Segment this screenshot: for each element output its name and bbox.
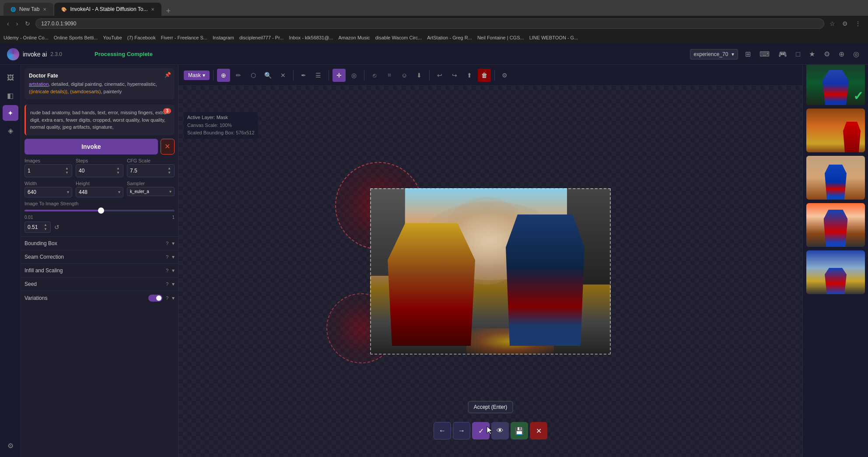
canvas-viewport[interactable]: Active Layer: Mask Canvas Scale: 100% Sc… (178, 86, 802, 457)
tb-crosshair-tool[interactable]: ✛ (332, 69, 346, 82)
gallery-thumb-4[interactable] (806, 203, 865, 247)
bookmark-sports[interactable]: Online Sports Betti... (54, 35, 98, 40)
seam-chevron[interactable]: ▾ (172, 254, 175, 260)
bookmark-yt[interactable]: YouTube (103, 35, 122, 40)
infill-help[interactable]: ? (166, 268, 168, 273)
tb-copy-tool[interactable]: ⎋ (368, 69, 381, 82)
rail-btn-layers[interactable]: ◧ (3, 88, 18, 103)
bookmark-neil[interactable]: Neil Fontaine | CGS... (477, 35, 524, 40)
header-icon-1[interactable]: ⊞ (743, 48, 752, 60)
height-input[interactable]: 448 ▾ (76, 187, 123, 197)
tb-fill-tool[interactable]: ⬡ (247, 69, 260, 82)
gallery-thumb-5[interactable] (806, 250, 865, 294)
sampler-input[interactable]: k_euler_a ▾ (127, 187, 175, 196)
invoke-button[interactable]: Invoke (24, 139, 158, 155)
bookmark-artstation[interactable]: ArtStation - Greg R... (427, 35, 472, 40)
back-button[interactable]: ‹ (5, 18, 11, 29)
prompt-artstation[interactable]: artstation (29, 81, 49, 87)
canvas-save-button[interactable]: 💾 (511, 422, 528, 439)
rail-btn-mask[interactable]: ◈ (3, 123, 18, 138)
tb-settings[interactable]: ⚙ (498, 69, 511, 82)
canvas-next-button[interactable]: → (453, 422, 470, 439)
seam-correction-section[interactable]: Seam Correction ? ▾ (21, 250, 178, 264)
refresh-button[interactable]: ↻ (23, 18, 32, 29)
i2i-up[interactable]: ▲ (43, 223, 48, 227)
tab-close-new[interactable]: ✕ (43, 7, 46, 12)
i2i-value-input[interactable]: 0.51 ▲ ▼ (24, 221, 51, 233)
rail-btn-canvas[interactable]: ✦ (3, 105, 18, 121)
bookmark-webtoon[interactable]: LINE WEBTOON - G... (529, 35, 578, 40)
cfg-up[interactable]: ▲ (167, 166, 172, 171)
bounding-box-help[interactable]: ? (166, 241, 168, 246)
tb-pen-tool[interactable]: ✒ (297, 69, 310, 82)
tb-stamp-tool[interactable]: ⎉ (398, 69, 411, 82)
tb-delete[interactable]: 🗑 (478, 69, 491, 82)
images-down[interactable]: ▼ (65, 171, 69, 175)
width-input[interactable]: 640 ▾ (24, 187, 72, 197)
header-icon-6[interactable]: ⚙ (822, 48, 832, 60)
steps-up[interactable]: ▲ (116, 166, 120, 171)
canvas-close-button[interactable]: ✕ (530, 422, 547, 439)
images-input[interactable]: 1 ▲ ▼ (24, 164, 72, 177)
i2i-reset[interactable]: ↺ (54, 224, 60, 231)
tb-close-tool[interactable]: ✕ (276, 69, 290, 82)
rail-btn-settings[interactable]: ⚙ (3, 438, 18, 453)
seed-section[interactable]: Seed ? ▾ (21, 277, 178, 291)
tb-undo[interactable]: ↩ (433, 69, 446, 82)
infill-scaling-section[interactable]: Infill and Scaling ? ▾ (21, 264, 178, 277)
bookmark-button[interactable]: ☆ (828, 18, 837, 29)
seed-chevron[interactable]: ▾ (172, 281, 175, 287)
address-bar[interactable]: 127.0.0.1:9090 (35, 18, 824, 29)
steps-down[interactable]: ▼ (116, 171, 120, 175)
header-github[interactable]: ⊕ (837, 48, 846, 60)
tb-zoom-tool[interactable]: 🔍 (262, 69, 275, 82)
gallery-thumb-3[interactable] (806, 156, 865, 200)
header-icon-5[interactable]: ★ (807, 48, 817, 60)
forward-button[interactable]: › (14, 18, 20, 29)
i2i-slider-thumb[interactable] (98, 207, 104, 214)
steps-input[interactable]: 40 ▲ ▼ (76, 164, 123, 177)
extensions-button[interactable]: ⚙ (840, 18, 850, 29)
bookmark-disc[interactable]: discipleneil777 - Pr... (239, 35, 284, 40)
cfg-down[interactable]: ▼ (167, 171, 172, 175)
bookmark-fb[interactable]: (7) Facebook (127, 35, 156, 40)
menu-button[interactable]: ⋮ (853, 18, 863, 29)
gallery-thumb-2[interactable] (806, 109, 865, 152)
i2i-down[interactable]: ▼ (43, 227, 48, 232)
bookmark-wacom[interactable]: disable Wacom Circ... (375, 35, 422, 40)
bookmark-inbox[interactable]: Inbox - klk56831@... (289, 35, 333, 40)
tb-upload[interactable]: ⬆ (463, 69, 476, 82)
bookmark-fiverr[interactable]: Fiverr - Freelance S... (161, 35, 207, 40)
header-icon-3[interactable]: 🎮 (777, 48, 789, 60)
tb-circle-tool[interactable]: ◎ (347, 69, 360, 82)
bounding-box-section[interactable]: Bounding Box ? ▾ (21, 236, 178, 250)
gallery-thumb-1[interactable]: ✓ (806, 61, 865, 105)
infill-chevron[interactable]: ▾ (172, 267, 175, 274)
variations-chevron[interactable]: ▾ (172, 295, 175, 301)
new-tab-button[interactable]: + (162, 7, 174, 16)
tb-move-tool[interactable]: ⊕ (217, 69, 230, 82)
bookmark-amazon[interactable]: Amazon Music (338, 35, 370, 40)
canvas-image[interactable] (370, 188, 611, 355)
seed-help[interactable]: ? (166, 281, 168, 287)
variations-section[interactable]: Variations ? ▾ (21, 291, 178, 305)
experience-dropdown[interactable]: experience_70 ▾ (690, 49, 738, 60)
tb-paste-tool[interactable]: ⌗ (383, 69, 396, 82)
variations-toggle[interactable] (148, 295, 162, 302)
tab-close-invoke[interactable]: ✕ (151, 7, 154, 12)
cfg-input[interactable]: 7.5 ▲ ▼ (127, 164, 175, 177)
tb-redo[interactable]: ↪ (448, 69, 461, 82)
header-discord[interactable]: ◎ (851, 48, 861, 60)
tab-invoke[interactable]: 🎨 InvokeAI - A Stable Diffusion To... ✕ (54, 3, 161, 16)
bookmark-ig[interactable]: Instagram (213, 35, 234, 40)
seam-help[interactable]: ? (166, 254, 168, 260)
images-up[interactable]: ▲ (65, 166, 69, 171)
rail-btn-image[interactable]: 🖼 (3, 70, 18, 86)
bounding-box-chevron[interactable]: ▾ (172, 240, 175, 246)
header-icon-2[interactable]: ⌨ (758, 48, 771, 60)
canvas-prev-button[interactable]: ← (434, 422, 451, 439)
tb-brush-tool[interactable]: ✏ (232, 69, 245, 82)
bookmark-udemy[interactable]: Udemy - Online Co... (4, 35, 49, 40)
header-icon-4[interactable]: □ (794, 49, 802, 60)
tb-download-tool[interactable]: ⬇ (413, 69, 426, 82)
